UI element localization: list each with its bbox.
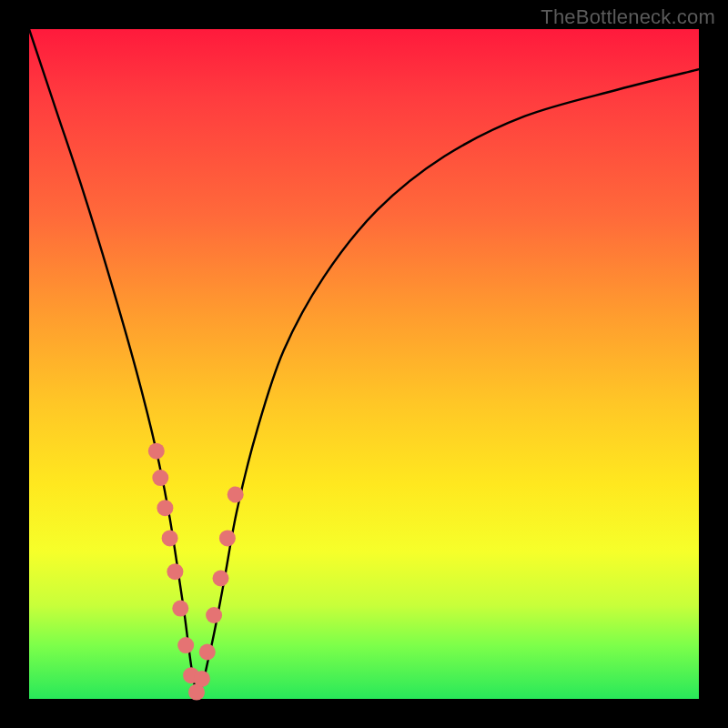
marker-point bbox=[194, 671, 210, 687]
marker-point bbox=[152, 470, 168, 486]
marker-point bbox=[167, 563, 183, 580]
marker-point bbox=[177, 637, 194, 653]
marker-point bbox=[162, 530, 178, 546]
chart-frame: TheBottleneck.com bbox=[0, 0, 728, 728]
curve-layer bbox=[29, 29, 699, 699]
highlighted-points bbox=[148, 443, 244, 701]
watermark-text: TheBottleneck.com bbox=[541, 5, 715, 29]
marker-point bbox=[213, 571, 229, 587]
plot-area bbox=[29, 29, 699, 699]
marker-point bbox=[199, 644, 216, 661]
marker-point bbox=[172, 601, 188, 617]
marker-point bbox=[206, 607, 222, 623]
marker-point bbox=[228, 487, 244, 503]
bottleneck-curve bbox=[29, 29, 699, 693]
marker-point bbox=[148, 443, 165, 460]
marker-point bbox=[157, 500, 173, 516]
marker-point bbox=[219, 530, 236, 546]
